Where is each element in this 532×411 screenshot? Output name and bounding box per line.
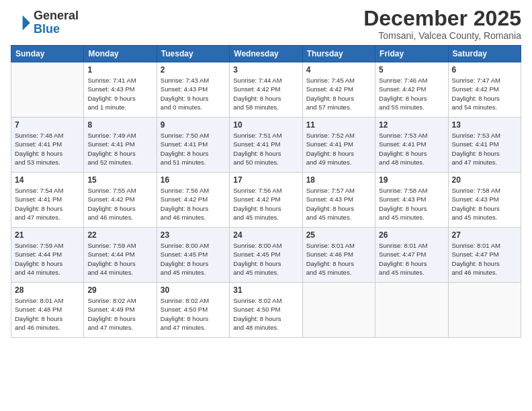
day-detail: Sunrise: 7:53 AM Sunset: 4:41 PM Dayligh… [452, 131, 517, 167]
logo-text: GeneralBlue [34, 9, 79, 36]
day-cell: 13Sunrise: 7:53 AM Sunset: 4:41 PM Dayli… [448, 118, 521, 173]
header: GeneralBlue December 2025 Tomsani, Valce… [11, 7, 521, 41]
weekday-header-sunday: Sunday [11, 46, 84, 62]
day-number: 9 [161, 120, 226, 130]
day-number: 21 [15, 230, 80, 240]
day-detail: Sunrise: 7:56 AM Sunset: 4:42 PM Dayligh… [161, 186, 226, 222]
day-detail: Sunrise: 7:44 AM Sunset: 4:42 PM Dayligh… [233, 76, 298, 111]
day-number: 4 [306, 65, 371, 75]
day-cell [448, 283, 521, 338]
day-cell [11, 62, 84, 118]
day-detail: Sunrise: 7:48 AM Sunset: 4:41 PM Dayligh… [15, 131, 80, 167]
day-number: 30 [161, 285, 226, 295]
day-cell: 30Sunrise: 8:02 AM Sunset: 4:50 PM Dayli… [157, 283, 229, 338]
day-number: 22 [87, 230, 152, 240]
weekday-header-row: SundayMondayTuesdayWednesdayThursdayFrid… [11, 46, 521, 62]
week-row-4: 21Sunrise: 7:59 AM Sunset: 4:44 PM Dayli… [11, 228, 521, 283]
day-cell: 27Sunrise: 8:01 AM Sunset: 4:47 PM Dayli… [448, 228, 521, 283]
day-cell: 2Sunrise: 7:43 AM Sunset: 4:43 PM Daylig… [157, 62, 229, 118]
day-cell: 24Sunrise: 8:00 AM Sunset: 4:45 PM Dayli… [230, 228, 302, 283]
day-detail: Sunrise: 7:45 AM Sunset: 4:42 PM Dayligh… [306, 76, 371, 111]
day-cell: 18Sunrise: 7:57 AM Sunset: 4:43 PM Dayli… [302, 173, 375, 228]
day-cell: 28Sunrise: 8:01 AM Sunset: 4:48 PM Dayli… [11, 283, 84, 338]
day-cell: 5Sunrise: 7:46 AM Sunset: 4:42 PM Daylig… [375, 62, 448, 118]
day-detail: Sunrise: 8:02 AM Sunset: 4:50 PM Dayligh… [161, 296, 226, 332]
day-detail: Sunrise: 7:57 AM Sunset: 4:43 PM Dayligh… [306, 186, 371, 222]
page: GeneralBlue December 2025 Tomsani, Valce… [0, 0, 532, 411]
day-cell: 12Sunrise: 7:53 AM Sunset: 4:41 PM Dayli… [375, 118, 448, 173]
day-number: 6 [452, 65, 517, 75]
day-detail: Sunrise: 8:00 AM Sunset: 4:45 PM Dayligh… [233, 241, 298, 277]
location: Tomsani, Valcea County, Romania [363, 30, 521, 41]
day-number: 1 [87, 65, 152, 75]
weekday-header-thursday: Thursday [302, 46, 375, 62]
day-number: 15 [87, 175, 152, 185]
day-cell: 4Sunrise: 7:45 AM Sunset: 4:42 PM Daylig… [302, 62, 375, 118]
day-number: 31 [233, 285, 298, 295]
logo: GeneralBlue [11, 9, 79, 36]
day-detail: Sunrise: 8:01 AM Sunset: 4:47 PM Dayligh… [452, 241, 517, 277]
day-detail: Sunrise: 8:02 AM Sunset: 4:50 PM Dayligh… [233, 296, 298, 332]
day-number: 28 [15, 285, 80, 295]
day-cell: 21Sunrise: 7:59 AM Sunset: 4:44 PM Dayli… [11, 228, 84, 283]
day-number: 26 [379, 230, 444, 240]
calendar-table: SundayMondayTuesdayWednesdayThursdayFrid… [11, 45, 521, 338]
day-number: 23 [161, 230, 226, 240]
day-cell: 16Sunrise: 7:56 AM Sunset: 4:42 PM Dayli… [157, 173, 229, 228]
day-number: 25 [306, 230, 371, 240]
day-number: 19 [379, 175, 444, 185]
day-detail: Sunrise: 7:53 AM Sunset: 4:41 PM Dayligh… [379, 131, 444, 167]
day-detail: Sunrise: 8:01 AM Sunset: 4:46 PM Dayligh… [306, 241, 371, 277]
day-detail: Sunrise: 7:56 AM Sunset: 4:42 PM Dayligh… [233, 186, 298, 222]
day-detail: Sunrise: 7:51 AM Sunset: 4:41 PM Dayligh… [233, 131, 298, 167]
svg-marker-1 [26, 15, 30, 19]
day-cell: 11Sunrise: 7:52 AM Sunset: 4:41 PM Dayli… [302, 118, 375, 173]
day-cell: 22Sunrise: 7:59 AM Sunset: 4:44 PM Dayli… [84, 228, 157, 283]
day-detail: Sunrise: 8:00 AM Sunset: 4:45 PM Dayligh… [161, 241, 226, 277]
logo-icon [11, 12, 32, 34]
day-number: 29 [87, 285, 152, 295]
day-detail: Sunrise: 7:52 AM Sunset: 4:41 PM Dayligh… [306, 131, 371, 167]
day-number: 12 [379, 120, 444, 130]
day-number: 18 [306, 175, 371, 185]
month-title: December 2025 [363, 7, 521, 30]
weekday-header-tuesday: Tuesday [157, 46, 229, 62]
day-cell [302, 283, 375, 338]
day-detail: Sunrise: 7:43 AM Sunset: 4:43 PM Dayligh… [161, 76, 226, 111]
day-number: 27 [452, 230, 517, 240]
day-detail: Sunrise: 8:01 AM Sunset: 4:47 PM Dayligh… [379, 241, 444, 277]
day-detail: Sunrise: 8:01 AM Sunset: 4:48 PM Dayligh… [15, 296, 80, 332]
day-number: 5 [379, 65, 444, 75]
week-row-2: 7Sunrise: 7:48 AM Sunset: 4:41 PM Daylig… [11, 118, 521, 173]
day-number: 7 [15, 120, 80, 130]
day-number: 16 [161, 175, 226, 185]
day-cell: 26Sunrise: 8:01 AM Sunset: 4:47 PM Dayli… [375, 228, 448, 283]
day-cell: 14Sunrise: 7:54 AM Sunset: 4:41 PM Dayli… [11, 173, 84, 228]
week-row-1: 1Sunrise: 7:41 AM Sunset: 4:43 PM Daylig… [11, 62, 521, 118]
day-detail: Sunrise: 7:58 AM Sunset: 4:43 PM Dayligh… [452, 186, 517, 222]
day-detail: Sunrise: 7:50 AM Sunset: 4:41 PM Dayligh… [161, 131, 226, 167]
day-cell: 9Sunrise: 7:50 AM Sunset: 4:41 PM Daylig… [157, 118, 229, 173]
day-detail: Sunrise: 7:59 AM Sunset: 4:44 PM Dayligh… [15, 241, 80, 277]
day-number: 14 [15, 175, 80, 185]
day-detail: Sunrise: 7:49 AM Sunset: 4:41 PM Dayligh… [87, 131, 152, 167]
day-cell: 15Sunrise: 7:55 AM Sunset: 4:42 PM Dayli… [84, 173, 157, 228]
title-block: December 2025 Tomsani, Valcea County, Ro… [363, 7, 521, 41]
day-cell: 8Sunrise: 7:49 AM Sunset: 4:41 PM Daylig… [84, 118, 157, 173]
weekday-header-monday: Monday [84, 46, 157, 62]
day-number: 13 [452, 120, 517, 130]
day-cell: 31Sunrise: 8:02 AM Sunset: 4:50 PM Dayli… [230, 283, 302, 338]
day-detail: Sunrise: 7:54 AM Sunset: 4:41 PM Dayligh… [15, 186, 80, 222]
day-cell: 17Sunrise: 7:56 AM Sunset: 4:42 PM Dayli… [230, 173, 302, 228]
day-number: 20 [452, 175, 517, 185]
day-cell: 6Sunrise: 7:47 AM Sunset: 4:42 PM Daylig… [448, 62, 521, 118]
day-detail: Sunrise: 7:41 AM Sunset: 4:43 PM Dayligh… [87, 76, 152, 111]
weekday-header-saturday: Saturday [448, 46, 521, 62]
day-detail: Sunrise: 7:58 AM Sunset: 4:43 PM Dayligh… [379, 186, 444, 222]
day-cell [375, 283, 448, 338]
day-detail: Sunrise: 8:02 AM Sunset: 4:49 PM Dayligh… [87, 296, 152, 332]
day-detail: Sunrise: 7:46 AM Sunset: 4:42 PM Dayligh… [379, 76, 444, 111]
day-cell: 10Sunrise: 7:51 AM Sunset: 4:41 PM Dayli… [230, 118, 302, 173]
svg-marker-0 [23, 15, 30, 30]
day-number: 17 [233, 175, 298, 185]
